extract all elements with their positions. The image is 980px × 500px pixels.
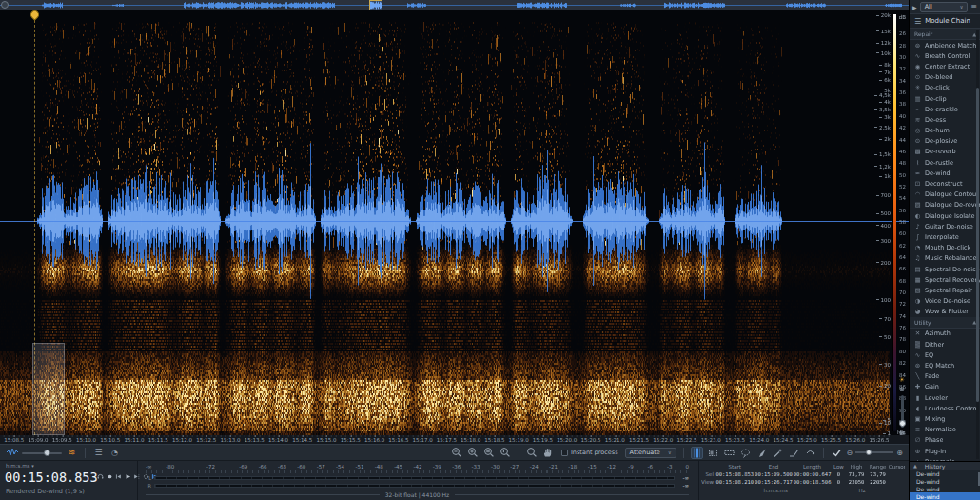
smart-edit-tool[interactable] xyxy=(804,447,816,459)
spectrogram-display-icon[interactable]: ≋ xyxy=(66,447,78,459)
spectrogram-brightness-control[interactable]: ☀ ⊕ ⊖ xyxy=(896,376,908,435)
lasso-selection-tool[interactable] xyxy=(739,447,752,459)
magic-wand-tool[interactable] xyxy=(772,447,784,459)
module-item-wow-flutter[interactable]: ◕Wow & Flutter xyxy=(910,307,980,317)
module-item-phase[interactable]: ∅Phase xyxy=(910,435,980,446)
play-button[interactable] xyxy=(125,473,131,480)
module-item-de-ess[interactable]: ≋De-ess xyxy=(910,114,980,125)
waveform-display-icon[interactable] xyxy=(6,447,18,459)
zoom-out-horizontal-icon[interactable]: ⊖ xyxy=(847,449,853,457)
module-item-spectral-recovery[interactable]: ▦Spectral Recovery xyxy=(910,274,980,285)
history-entry[interactable]: De-wind xyxy=(910,492,980,500)
module-item-de-wind[interactable]: ≈De-wind xyxy=(910,168,980,178)
hzoom-knob[interactable] xyxy=(866,450,872,455)
freq-tick-20k: 20k xyxy=(876,12,891,18)
zoom-selection-icon[interactable] xyxy=(483,447,496,459)
module-item-dither[interactable]: ▒Dither xyxy=(910,339,980,350)
file-overview-strip[interactable] xyxy=(0,0,909,10)
module-item-de-clip[interactable]: ▥De-clip xyxy=(910,93,980,104)
zoom-out-icon[interactable] xyxy=(451,447,463,459)
history-entry[interactable]: De-wind xyxy=(910,470,980,478)
zoom-in-icon[interactable] xyxy=(467,447,480,459)
module-item-de-plosive[interactable]: ⊝De-plosive xyxy=(910,136,980,147)
module-item-gain[interactable]: ✚Gain xyxy=(910,382,980,392)
history-entry[interactable]: De-wind xyxy=(910,486,980,493)
module-item-normalize[interactable]: ≡Normalize xyxy=(910,425,980,435)
panel-menu-icon[interactable]: ≡ xyxy=(970,3,977,10)
module-item-de-bleed[interactable]: ⊙De-bleed xyxy=(910,72,980,83)
spectrogram-canvas[interactable] xyxy=(0,10,909,435)
display-options-icon[interactable]: ◔ xyxy=(108,447,121,459)
module-item-de-rustle[interactable]: ⌇De-rustle xyxy=(910,157,980,168)
run-module-icon[interactable]: ▶ xyxy=(912,4,917,10)
brightness-slider[interactable] xyxy=(901,395,904,428)
module-item-de-click[interactable]: ✳De-click xyxy=(910,83,980,93)
module-item-center-extract[interactable]: ◉Center Extract xyxy=(910,61,980,71)
module-filter-dropdown[interactable]: All ∨ xyxy=(920,2,969,12)
history-header[interactable]: ▲ History xyxy=(910,462,980,470)
confirm-selection-icon[interactable] xyxy=(831,447,843,459)
module-item-loudness-control[interactable]: ◖Loudness Control xyxy=(910,403,980,413)
module-item-de-crackle[interactable]: ⌁De-crackle xyxy=(910,104,980,114)
amplitude-colorbar[interactable] xyxy=(892,14,896,431)
module-list-scrollbar[interactable] xyxy=(976,30,979,459)
history-entry[interactable]: De-wind xyxy=(910,478,980,486)
module-item-de-reverb[interactable]: ▩De-reverb xyxy=(910,147,980,157)
view-settings-icon[interactable]: ☰ xyxy=(92,447,105,459)
overview-toggle-icon[interactable] xyxy=(1,1,9,9)
module-item-spectral-de-noise[interactable]: ▤Spectral De-noise xyxy=(910,264,980,274)
module-item-dialogue-isolate[interactable]: ◐Dialogue Isolate xyxy=(910,210,980,221)
module-item-dialogue-contour[interactable]: ◠Dialogue Contour xyxy=(910,190,980,200)
module-item-fade[interactable]: ╲Fade xyxy=(910,371,980,382)
module-item-music-rebalance[interactable]: ♫Music Rebalance xyxy=(910,253,980,264)
zoom-in-horizontal-icon[interactable]: ⊕ xyxy=(896,449,903,457)
time-frequency-selection-tool[interactable] xyxy=(707,447,719,459)
module-item-breath-control[interactable]: ∿Breath Control xyxy=(910,50,980,61)
frequency-selection-tool[interactable] xyxy=(723,447,735,459)
blend-slider-knob[interactable] xyxy=(44,450,50,456)
time-ruler[interactable]: 15:08.515:09.015:09.515:10.015:10.515:11… xyxy=(0,435,909,444)
module-label: De-bleed xyxy=(925,73,952,81)
level-meters[interactable]: -∞-80-72-69-66-63-60-57-54-51-48-45-42-3… xyxy=(138,461,699,500)
module-chain-item[interactable]: ☰ Module Chain xyxy=(910,14,980,29)
module-item-deconstruct[interactable]: ⊡Deconstruct xyxy=(910,178,980,189)
module-item-spectral-repair[interactable]: ▧Spectral Repair xyxy=(910,285,980,295)
module-item-mixing[interactable]: ▣Mixing xyxy=(910,413,980,424)
module-item-voice-de-noise[interactable]: ◑Voice De-noise xyxy=(910,296,980,307)
record-button[interactable] xyxy=(107,473,113,480)
zoom-reset-icon[interactable] xyxy=(500,447,512,459)
section-title: Utility xyxy=(914,319,931,326)
module-item-leveler[interactable]: ▮Leveler xyxy=(910,392,980,403)
spectrogram-view[interactable]: 20k15k12k10k8k7k6k5k4,5k4k3,5k3k2,5k2k1,… xyxy=(0,10,909,435)
horizontal-zoom-slider[interactable] xyxy=(855,449,893,457)
magnifier-tool-icon[interactable] xyxy=(526,447,539,459)
instant-process-checkbox[interactable] xyxy=(561,450,568,456)
return-to-start-button[interactable] xyxy=(115,473,122,480)
module-item-eq[interactable]: ∿EQ xyxy=(910,350,980,360)
time-selection-tool[interactable] xyxy=(691,447,703,459)
waveform-spectrogram-blend-slider[interactable] xyxy=(22,449,62,457)
module-item-dialogue-de-reverb[interactable]: ▨Dialogue De-reverb xyxy=(910,200,980,210)
module-item-eq-match[interactable]: ⊜EQ Match xyxy=(910,360,980,370)
module-item-guitar-de-noise[interactable]: ♪Guitar De-noise xyxy=(910,221,980,231)
zoom-out-vertical-icon[interactable]: ⊖ xyxy=(899,430,905,435)
module-list-scrollthumb[interactable] xyxy=(976,88,979,402)
time-format-dropdown[interactable]: h:m:s.ms ▾ xyxy=(6,463,34,469)
module-item-de-hum[interactable]: ◎De-hum xyxy=(910,126,980,136)
brush-selection-tool[interactable] xyxy=(755,447,768,459)
time-frequency-selection[interactable] xyxy=(32,343,65,435)
section-header-repair[interactable]: Repair▲ xyxy=(910,29,980,40)
module-item-plug-in[interactable]: ⊕Plug-in xyxy=(910,446,980,456)
zoom-in-vertical-icon[interactable]: ⊕ xyxy=(899,386,905,393)
hand-pan-tool-icon[interactable] xyxy=(542,447,555,459)
brightness-slider-knob[interactable] xyxy=(899,420,906,427)
amplitude-slope-tool[interactable] xyxy=(788,447,800,459)
module-item-mouth-de-click[interactable]: ◔Mouth De-click xyxy=(910,243,980,253)
overview-waveform-canvas[interactable] xyxy=(0,0,909,10)
module-item-interpolate[interactable]: ∫Interpolate xyxy=(910,231,980,242)
module-item-ambience-match[interactable]: ⊚Ambience Match xyxy=(910,40,980,50)
monitor-headphones-button[interactable] xyxy=(97,473,104,480)
module-item-azimuth[interactable]: ✕Azimuth xyxy=(910,329,980,339)
section-header-utility[interactable]: Utility▲ xyxy=(910,317,980,329)
process-mode-dropdown[interactable]: Attenuate ∨ xyxy=(625,448,676,458)
